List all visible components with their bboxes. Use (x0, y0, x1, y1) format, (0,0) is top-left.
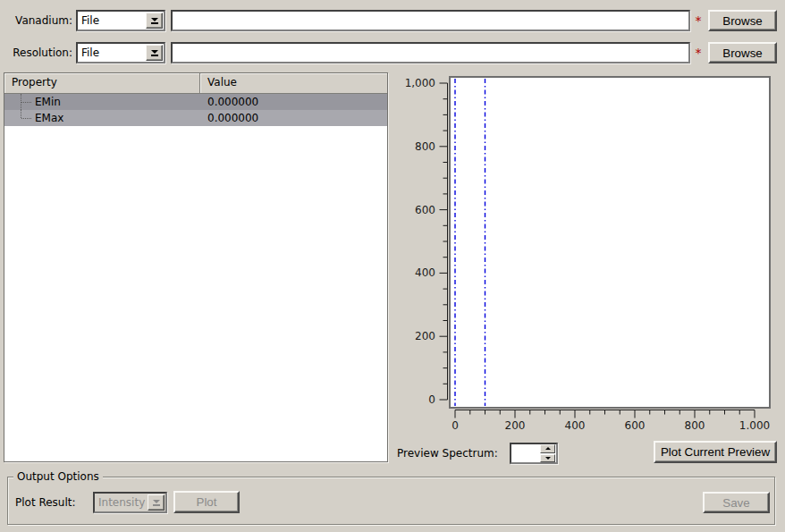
table-row-emax[interactable]: EMax 0.000000 (4, 110, 387, 126)
property-value-cell[interactable]: 0.000000 (200, 94, 387, 110)
output-options-title: Output Options (13, 469, 103, 484)
x-tick-label: 200 (505, 419, 526, 432)
preview-spectrum-spinbox[interactable] (510, 443, 558, 464)
tree-branch-icon (21, 110, 32, 126)
plot-button[interactable]: Plot (173, 491, 240, 513)
energy-transfer-panel: { "form": { "rows": [ { "label": "Vanadi… (0, 0, 785, 532)
x-tick-label: 1.000 (739, 419, 770, 432)
spin-buttons (540, 444, 555, 462)
table-row-emin[interactable]: EMin 0.000000 (4, 94, 387, 110)
x-tick-label: 0 (452, 419, 459, 432)
property-value-cell[interactable]: 0.000000 (200, 110, 387, 126)
property-table-header: Property Value (4, 73, 387, 94)
preview-spectrum-input[interactable] (511, 444, 540, 462)
spin-down-icon[interactable] (540, 454, 555, 463)
plot-result-combobox[interactable]: Intensity (93, 492, 167, 513)
vanadium-label: Vanadium: (5, 10, 72, 31)
plot-result-value: Intensity (95, 494, 148, 511)
y-tick-label: 200 (415, 330, 435, 342)
property-name-cell: EMin (4, 94, 200, 110)
preview-spectrum-label: Preview Spectrum: (397, 443, 498, 464)
spin-up-icon[interactable] (540, 444, 555, 453)
y-tick-label: 1,000 (405, 77, 435, 89)
resolution-file-input[interactable] (173, 44, 688, 62)
resolution-type-value: File (78, 45, 146, 61)
x-tick-label: 800 (685, 419, 705, 432)
y-tick-label: 400 (415, 266, 435, 279)
tree-branch-icon (21, 94, 32, 110)
property-name-cell: EMax (4, 110, 200, 126)
preview-plot[interactable]: 02004006008001,00002004006008001.000 (393, 70, 785, 438)
save-button[interactable]: Save (703, 492, 770, 513)
vanadium-browse-button[interactable]: Browse (708, 10, 777, 31)
y-tick-label: 600 (415, 204, 435, 216)
x-tick-label: 400 (565, 419, 586, 432)
dropdown-arrow-icon[interactable] (146, 45, 163, 61)
dropdown-arrow-icon[interactable] (148, 494, 165, 511)
resolution-label: Resolution: (5, 42, 72, 63)
vanadium-required-asterisk: * (691, 10, 705, 31)
output-options-groupbox: Output Options Plot Result: Intensity Pl… (7, 477, 775, 525)
value-column-header[interactable]: Value (200, 73, 387, 93)
vanadium-file-field-frame (171, 10, 690, 31)
dropdown-arrow-icon[interactable] (146, 13, 163, 29)
y-tick-label: 0 (428, 393, 435, 406)
x-tick-label: 600 (625, 419, 646, 432)
resolution-browse-button[interactable]: Browse (708, 42, 777, 63)
vanadium-type-combobox[interactable]: File (76, 10, 165, 31)
property-table: Property Value EMin 0.000000 EMax 0.0000… (4, 72, 388, 462)
property-column-header[interactable]: Property (4, 73, 200, 93)
plot-result-label: Plot Result: (15, 492, 76, 513)
vanadium-type-value: File (78, 13, 146, 29)
resolution-file-field-frame (171, 42, 690, 63)
plot-current-preview-button[interactable]: Plot Current Preview (654, 441, 777, 463)
vanadium-file-input[interactable] (173, 12, 688, 30)
resolution-type-combobox[interactable]: File (76, 42, 165, 63)
y-tick-label: 800 (415, 140, 435, 153)
resolution-required-asterisk: * (691, 42, 705, 63)
plot-canvas[interactable] (450, 77, 770, 408)
